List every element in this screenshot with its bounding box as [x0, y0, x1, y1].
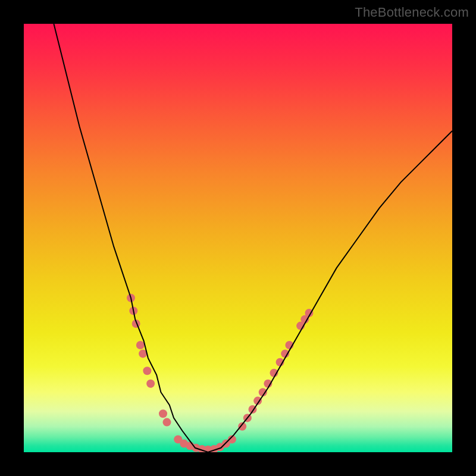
watermark-text: TheBottleneck.com	[355, 5, 469, 20]
background-gradient	[24, 24, 452, 452]
chart-frame: TheBottleneck.com	[0, 0, 476, 476]
svg-rect-0	[24, 24, 452, 452]
plot-area	[24, 24, 452, 452]
